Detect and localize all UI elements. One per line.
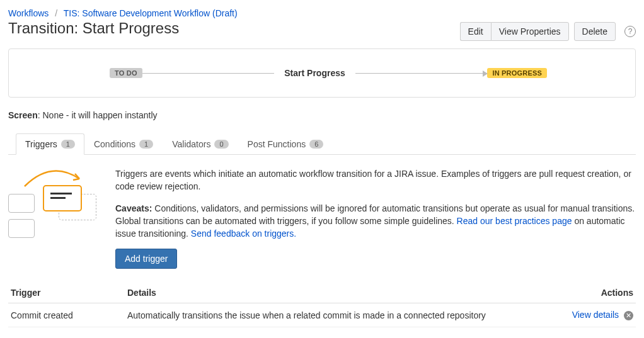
help-icon[interactable]: ? [624,26,636,37]
arrowhead-icon [483,70,488,77]
edit-button[interactable]: Edit [460,22,491,41]
triggers-table: Trigger Details Actions Commit created A… [8,283,636,327]
tab-triggers-count: 1 [61,140,75,149]
card-small-icon [8,194,35,213]
page-title: Transition: Start Progress [8,20,179,37]
best-practices-link[interactable]: Read our best practices page [457,216,572,226]
breadcrumb-workflow[interactable]: TIS: Software Development Workflow (Draf… [64,8,238,18]
col-actions: Actions [560,283,636,303]
transition-diagram: TO DO Start Progress IN PROGRESS [8,48,636,98]
tab-post-functions[interactable]: Post Functions 6 [238,133,333,155]
delete-button[interactable]: Delete [574,22,616,41]
add-trigger-button[interactable]: Add trigger [115,249,177,269]
status-from: TO DO [110,68,142,78]
view-properties-button[interactable]: View Properties [491,22,569,41]
remove-icon[interactable]: ✕ [624,311,633,320]
status-to: IN PROGRESS [487,68,547,78]
card-highlight-icon [43,185,82,211]
view-details-link[interactable]: View details [572,310,619,320]
diagram-line-right [355,73,488,74]
edit-view-group: Edit View Properties [460,22,569,41]
tab-triggers[interactable]: Triggers 1 [16,133,84,155]
triggers-description: Triggers are events which initiate an au… [115,167,636,269]
tab-conditions-label: Conditions [94,139,135,149]
screen-value: : None - it will happen instantly [38,110,158,120]
header-actions: Edit View Properties Delete ? [460,22,636,41]
diagram-line-left [142,73,275,74]
tab-conditions-count: 1 [139,140,153,149]
col-details: Details [125,283,560,303]
screen-label: Screen [8,110,38,120]
tab-validators[interactable]: Validators 0 [163,133,238,155]
tab-conditions[interactable]: Conditions 1 [84,133,163,155]
tab-bar: Triggers 1 Conditions 1 Validators 0 Pos… [8,133,636,155]
cell-trigger-name: Commit created [8,303,125,327]
description-caveats: Caveats: Conditions, validators, and per… [115,202,636,240]
tab-triggers-label: Triggers [25,139,57,149]
screen-info: Screen: None - it will happen instantly [8,110,636,120]
tab-validators-label: Validators [172,139,210,149]
col-trigger: Trigger [8,283,125,303]
feedback-link[interactable]: Send feedback on triggers. [191,228,296,239]
transition-name: Start Progress [274,68,355,78]
cell-trigger-details: Automatically transitions the issue when… [125,303,560,327]
breadcrumb: Workflows / TIS: Software Development Wo… [8,8,636,18]
tab-validators-count: 0 [214,140,228,149]
tab-post-functions-count: 6 [309,140,323,149]
description-intro: Triggers are events which initiate an au… [115,167,636,193]
breadcrumb-separator: / [55,8,57,18]
triggers-illustration [8,167,103,243]
table-row: Commit created Automatically transitions… [8,303,636,327]
caveats-label: Caveats: [115,203,152,213]
tab-post-functions-label: Post Functions [248,139,306,149]
card-small-icon [8,219,35,238]
breadcrumb-root[interactable]: Workflows [8,8,49,18]
